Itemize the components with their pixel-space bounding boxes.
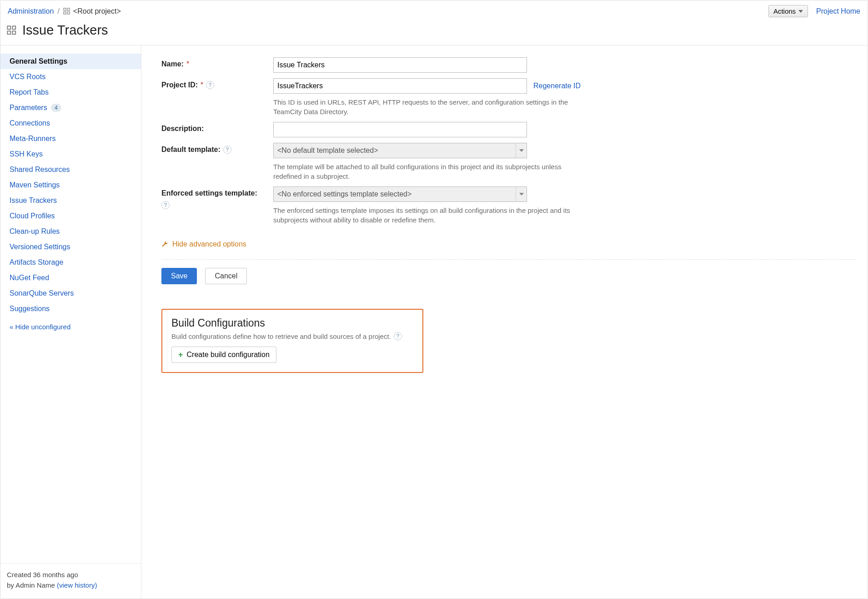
sidebar-item-suggestions[interactable]: Suggestions	[0, 301, 141, 317]
sidebar-item-label: Shared Resources	[10, 166, 70, 174]
grid-icon	[63, 8, 70, 15]
hide-advanced-toggle[interactable]: Hide advanced options	[161, 240, 246, 248]
breadcrumb-administration[interactable]: Administration	[8, 7, 54, 15]
sidebar-item-maven-settings[interactable]: Maven Settings	[0, 177, 141, 193]
sidebar-item-label: Report Tabs	[10, 88, 49, 96]
actions-label: Actions	[773, 7, 796, 15]
sidebar-item-label: Artifacts Storage	[10, 258, 63, 267]
sidebar-item-label: SSH Keys	[10, 150, 43, 158]
name-input[interactable]	[273, 57, 527, 73]
created-line: Created 36 months ago	[7, 570, 135, 580]
sidebar-item-label: General Settings	[10, 57, 67, 65]
build-configurations-title: Build Configurations	[171, 317, 413, 329]
enforced-template-label: Enforced settings template: ?	[161, 186, 273, 209]
create-build-configuration-button[interactable]: + Create build configuration	[171, 347, 276, 363]
sidebar-item-ssh-keys[interactable]: SSH Keys	[0, 146, 141, 162]
svg-rect-4	[7, 26, 10, 29]
build-configurations-card: Build Configurations Build configuration…	[161, 309, 423, 373]
help-icon[interactable]: ?	[206, 81, 214, 89]
sidebar-item-general-settings[interactable]: General Settings	[0, 54, 141, 69]
sidebar-item-vcs-roots[interactable]: VCS Roots	[0, 69, 141, 85]
default-template-value: <No default template selected>	[277, 146, 378, 155]
breadcrumb-root-project[interactable]: <Root project>	[63, 7, 121, 15]
enforced-template-select[interactable]: <No enforced settings template selected>	[273, 186, 527, 202]
caret-down-icon	[519, 193, 524, 196]
project-id-hint: This ID is used in URLs, REST API, HTTP …	[273, 97, 582, 116]
author-line: by Admin Name	[7, 581, 57, 589]
sidebar-item-shared-resources[interactable]: Shared Resources	[0, 162, 141, 177]
description-label: Description:	[161, 122, 273, 133]
sidebar-item-label: Suggestions	[10, 305, 50, 313]
sidebar-item-nuget-feed[interactable]: NuGet Feed	[0, 270, 141, 286]
default-template-select[interactable]: <No default template selected>	[273, 143, 527, 158]
description-input[interactable]	[273, 122, 527, 137]
sidebar-item-connections[interactable]: Connections	[0, 116, 141, 131]
page-title: Issue Trackers	[22, 23, 108, 38]
regenerate-id-link[interactable]: Regenerate ID	[533, 82, 581, 90]
plus-icon: +	[178, 351, 183, 359]
sidebar-item-label: NuGet Feed	[10, 274, 49, 282]
help-icon[interactable]: ?	[394, 332, 402, 340]
caret-down-icon	[519, 149, 524, 152]
sidebar-footer: Created 36 months ago by Admin Name (vie…	[0, 563, 141, 599]
svg-rect-1	[67, 8, 70, 10]
hide-unconfigured-link[interactable]: « Hide unconfigured	[0, 317, 141, 337]
cancel-button[interactable]: Cancel	[205, 268, 247, 284]
sidebar-item-label: Cloud Profiles	[10, 212, 55, 220]
svg-rect-2	[64, 12, 66, 14]
help-icon[interactable]: ?	[223, 146, 231, 154]
breadcrumb-separator: /	[57, 7, 59, 15]
project-id-input[interactable]	[273, 78, 527, 94]
sidebar-item-label: Connections	[10, 119, 50, 127]
sidebar-item-label: Parameters	[10, 104, 47, 112]
build-configurations-desc: Build configurations define how to retri…	[171, 332, 391, 340]
create-build-label: Create build configuration	[187, 351, 270, 359]
svg-rect-6	[7, 31, 10, 34]
project-home-link[interactable]: Project Home	[816, 7, 860, 15]
sidebar-item-issue-trackers[interactable]: Issue Trackers	[0, 193, 141, 208]
svg-rect-3	[67, 12, 70, 14]
caret-down-icon	[798, 10, 803, 13]
wrench-icon	[161, 241, 169, 248]
breadcrumb-root-label: <Root project>	[73, 7, 121, 15]
default-template-label: Default template: ?	[161, 143, 273, 154]
view-history-link[interactable]: (view history)	[57, 581, 97, 589]
sidebar-item-cloud-profiles[interactable]: Cloud Profiles	[0, 208, 141, 224]
hide-advanced-label: Hide advanced options	[172, 240, 246, 248]
sidebar-item-label: Maven Settings	[10, 181, 60, 189]
sidebar-item-label: Clean-up Rules	[10, 227, 60, 236]
project-id-label: Project ID:* ?	[161, 78, 273, 89]
sidebar-item-report-tabs[interactable]: Report Tabs	[0, 85, 141, 100]
breadcrumb: Administration / <Root project>	[8, 7, 121, 15]
actions-dropdown[interactable]: Actions	[768, 5, 808, 17]
sidebar-item-meta-runners[interactable]: Meta-Runners	[0, 131, 141, 146]
svg-rect-0	[64, 8, 66, 10]
svg-rect-5	[12, 26, 15, 29]
sidebar-item-label: SonarQube Servers	[10, 289, 74, 297]
badge: 4	[51, 104, 61, 112]
sidebar-item-artifacts-storage[interactable]: Artifacts Storage	[0, 255, 141, 270]
enforced-template-value: <No enforced settings template selected>	[277, 190, 411, 198]
save-button[interactable]: Save	[161, 268, 197, 284]
sidebar-item-parameters[interactable]: Parameters4	[0, 100, 141, 116]
enforced-template-hint: The enforced settings template imposes i…	[273, 206, 582, 225]
sidebar-item-sonarqube-servers[interactable]: SonarQube Servers	[0, 286, 141, 301]
sidebar-item-clean-up-rules[interactable]: Clean-up Rules	[0, 224, 141, 239]
sidebar-item-label: VCS Roots	[10, 73, 45, 81]
sidebar-item-label: Meta-Runners	[10, 135, 55, 143]
svg-rect-7	[12, 31, 15, 34]
grid-icon	[7, 25, 17, 35]
sidebar-item-label: Issue Trackers	[10, 196, 57, 205]
sidebar-item-label: Versioned Settings	[10, 243, 70, 251]
sidebar-item-versioned-settings[interactable]: Versioned Settings	[0, 239, 141, 255]
default-template-hint: The template will be attached to all bui…	[273, 162, 582, 181]
help-icon[interactable]: ?	[161, 201, 170, 209]
name-label: Name:*	[161, 57, 273, 68]
